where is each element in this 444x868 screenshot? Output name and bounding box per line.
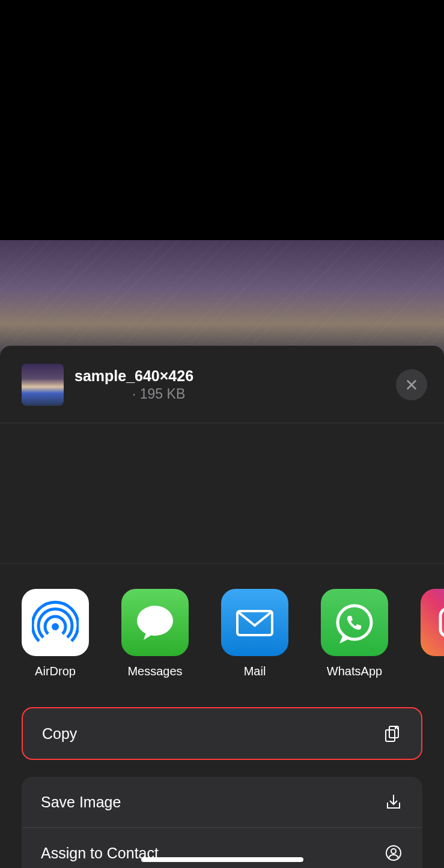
file-size: · 195 KB (75, 386, 396, 402)
action-label: Copy (42, 725, 77, 743)
copy-group: Copy (22, 707, 422, 760)
file-thumbnail (22, 364, 64, 406)
app-airdrop[interactable]: AirDrop (22, 589, 89, 678)
app-label: AirDrop (35, 665, 76, 678)
app-label: Mail (244, 665, 266, 678)
messages-icon (121, 589, 189, 656)
app-label: WhatsApp (327, 665, 382, 678)
file-name: sample_640×426 (75, 367, 396, 385)
background-photo (0, 240, 444, 360)
app-instagram[interactable]: Ins (421, 589, 444, 678)
svg-point-1 (137, 606, 173, 636)
contact-icon (384, 843, 403, 863)
app-mail[interactable]: Mail (221, 589, 288, 678)
mail-icon (221, 589, 288, 656)
file-info: sample_640×426 · 195 KB (75, 367, 396, 402)
image-actions-group: Save Image Assign to Contact (22, 777, 422, 868)
svg-point-3 (338, 606, 371, 639)
action-label: Save Image (41, 794, 121, 811)
copy-icon (383, 724, 402, 743)
airdrop-nearby-placeholder (0, 423, 444, 564)
home-indicator[interactable] (141, 857, 303, 862)
svg-point-0 (52, 623, 59, 630)
whatsapp-icon (321, 589, 388, 656)
share-apps-row[interactable]: AirDrop Messages Mail (0, 564, 444, 678)
copy-action[interactable]: Copy (23, 708, 421, 759)
instagram-icon (421, 589, 444, 656)
close-button[interactable] (396, 369, 427, 400)
svg-rect-4 (440, 609, 444, 636)
app-whatsapp[interactable]: WhatsApp (321, 589, 388, 678)
airdrop-icon (22, 589, 89, 656)
sheet-header: sample_640×426 · 195 KB (0, 346, 444, 423)
svg-rect-8 (386, 730, 395, 741)
close-icon (405, 378, 418, 391)
share-sheet: sample_640×426 · 195 KB AirD (0, 346, 444, 868)
app-label: Messages (127, 665, 182, 678)
save-image-action[interactable]: Save Image (22, 777, 422, 827)
app-messages[interactable]: Messages (121, 589, 189, 678)
svg-point-10 (391, 849, 396, 854)
actions-list: Copy Save Image (0, 678, 444, 868)
download-icon (384, 792, 403, 812)
